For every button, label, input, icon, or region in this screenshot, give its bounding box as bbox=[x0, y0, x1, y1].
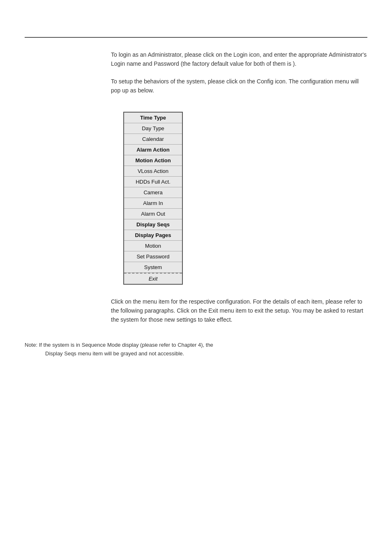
menu-item-display-seqs[interactable]: Display Seqs bbox=[124, 219, 182, 230]
menu-item-display-pages[interactable]: Display Pages bbox=[124, 230, 182, 241]
top-rule bbox=[25, 37, 367, 38]
menu-item-alarm-action[interactable]: Alarm Action bbox=[124, 145, 182, 155]
menu-item-alarm-in[interactable]: Alarm In bbox=[124, 198, 182, 209]
menu-item-time-type[interactable]: Time Type bbox=[124, 113, 182, 123]
menu-item-motion-action[interactable]: Motion Action bbox=[124, 155, 182, 166]
menu-item-vloss-action[interactable]: VLoss Action bbox=[124, 166, 182, 177]
intro-paragraph-1: To login as an Administrator, please cli… bbox=[111, 50, 367, 69]
menu-item-system[interactable]: System bbox=[124, 262, 182, 273]
menu-item-exit[interactable]: Exit bbox=[124, 273, 182, 284]
body-paragraph: Click on the menu item for the respectiv… bbox=[111, 297, 367, 325]
note-line1: Note: If the system is in Sequence Mode … bbox=[25, 342, 213, 348]
menu-item-camera[interactable]: Camera bbox=[124, 187, 182, 198]
menu-item-day-type[interactable]: Day Type bbox=[124, 123, 182, 134]
menu-item-alarm-out[interactable]: Alarm Out bbox=[124, 209, 182, 219]
menu-item-calendar[interactable]: Calendar bbox=[124, 134, 182, 145]
menu-item-set-password[interactable]: Set Password bbox=[124, 251, 182, 262]
note-section: Note: If the system is in Sequence Mode … bbox=[25, 341, 367, 358]
intro-paragraph-2: To setup the behaviors of the system, pl… bbox=[111, 77, 367, 95]
page-container: To login as an Administrator, please cli… bbox=[0, 37, 392, 555]
content-area: To login as an Administrator, please cli… bbox=[111, 50, 367, 325]
menu-item-hdds-full-act.[interactable]: HDDs Full Act. bbox=[124, 177, 182, 187]
note-line2: Display Seqs menu item will be grayed an… bbox=[45, 350, 184, 357]
config-menu: Time TypeDay TypeCalendarAlarm ActionMot… bbox=[123, 112, 183, 285]
menu-item-motion[interactable]: Motion bbox=[124, 241, 182, 251]
